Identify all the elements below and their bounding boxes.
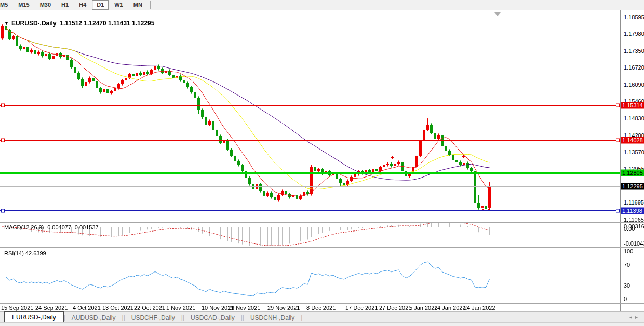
timeframe-h4-button[interactable]: H4 (74, 0, 91, 10)
price-axis-label: 1.16090 (624, 82, 644, 88)
price-axis-label: 1.17350 (624, 48, 644, 54)
hline-resistance-upper[interactable] (0, 105, 620, 106)
date-label: 17 Dec 2021 (345, 305, 378, 311)
indicator-axis-label: -0.01043 (624, 240, 644, 247)
timeframe-toolbar: M5M15M30H1H4D1W1MN (0, 0, 644, 10)
tab-usdcnhdaily[interactable]: USDCNH-,Daily (244, 313, 301, 323)
indicator-axis-label: 30 (624, 282, 630, 289)
tab-separator: | (301, 314, 302, 323)
indicator-axis-label: 0 (624, 296, 627, 302)
symbol-ohlc-quotes: 1.11512 1.12470 1.11431 1.12295 (60, 20, 154, 27)
date-label: 8 Dec 2021 (306, 305, 336, 311)
timeframe-m5-button[interactable]: M5 (0, 0, 12, 10)
timeframe-d1-button[interactable]: D1 (92, 0, 109, 10)
price-badge-resistance-mid: 1.14028 (621, 137, 644, 143)
line-edge-marker[interactable] (616, 138, 620, 142)
price-badge-support-navy: 1.11398 (621, 207, 644, 214)
line-edge-marker[interactable] (1, 103, 5, 107)
hline-resistance-mid[interactable] (0, 140, 620, 141)
tab-usdcaddaily[interactable]: USDCAD-,Daily (184, 313, 241, 323)
macd-indicator-label: MACD(12,26,9) -0.004077 -0.001537 (4, 224, 99, 230)
date-label: 29 Nov 2021 (267, 305, 300, 311)
price-axis-separator (620, 10, 621, 311)
timeframe-h1-button[interactable]: H1 (57, 0, 73, 10)
timeframe-m30-button[interactable]: M30 (35, 0, 56, 10)
price-axis-label: 1.11065 (624, 216, 644, 223)
hline-support-green[interactable] (0, 172, 620, 174)
current-price-line (0, 186, 620, 187)
line-edge-marker[interactable] (616, 209, 620, 212)
price-axis-label: 1.14830 (624, 115, 644, 121)
status-strip (0, 322, 644, 326)
date-label: 15 Sep 2021 (1, 305, 33, 311)
date-label: 1 Nov 2021 (166, 305, 195, 311)
timeframe-w1-button[interactable]: W1 (110, 0, 128, 10)
line-edge-marker[interactable] (616, 103, 620, 107)
date-label: 24 Sep 2021 (35, 305, 68, 311)
timeframe-m15-button[interactable]: M15 (14, 0, 34, 10)
date-label: 19 Nov 2021 (228, 305, 260, 311)
price-axis-label: 1.16720 (624, 64, 644, 71)
indicator-axis-label: 0.00 (624, 226, 635, 232)
date-label: 4 Oct 2021 (73, 305, 101, 311)
tab-usdchfdaily[interactable]: USDCHF-,Daily (125, 313, 181, 323)
chart-shift-marker-icon[interactable] (494, 12, 501, 16)
symbol-name: EURUSD-,Daily (11, 20, 57, 27)
date-label: 5 Jan 2022 (409, 305, 437, 311)
date-label: 22 Oct 2021 (134, 305, 165, 311)
line-edge-marker[interactable] (1, 209, 5, 212)
price-badge-resistance-upper: 1.15314 (621, 102, 644, 108)
date-axis-divider (0, 303, 644, 304)
toolbar-separator (150, 1, 151, 9)
tab-audusddaily[interactable]: AUDUSD-,Daily (65, 313, 122, 323)
hline-support-navy[interactable] (0, 210, 620, 211)
terminal-window: M5M15M30H1H4D1W1MN 1.185951.179801.17350… (0, 0, 644, 326)
price-axis-label: 1.18595 (624, 14, 644, 20)
indicator-axis-label: 70 (624, 262, 630, 268)
pane-divider-macd[interactable] (0, 222, 644, 223)
price-axis-label: 1.11695 (624, 199, 644, 206)
price-axis-label: 1.17980 (624, 31, 644, 37)
price-axis-label: 1.13570 (624, 149, 644, 155)
date-label: 13 Oct 2021 (102, 305, 133, 311)
rsi-indicator-label: RSI(14) 42.6399 (4, 250, 46, 256)
date-label: 14 Jan 2022 (434, 305, 466, 311)
tab-eurusddaily[interactable]: EURUSD-,Daily (4, 311, 64, 323)
symbol-dropdown-icon[interactable]: ▼ (4, 21, 9, 26)
date-label: 27 Dec 2021 (379, 305, 411, 311)
tab-scroll-arrows[interactable]: ◂▸ (629, 314, 641, 320)
price-badge-current-price: 1.12295 (621, 183, 644, 190)
chart-symbol-title: ▼EURUSD-,Daily 1.11512 1.12470 1.11431 1… (4, 20, 154, 27)
line-edge-marker[interactable] (1, 138, 5, 142)
date-label: 24 Jan 2022 (464, 305, 495, 311)
symbol-tabs-bar: EURUSD-,Daily|AUDUSD-,Daily||USDCHF-,Dai… (0, 311, 644, 323)
price-chart-canvas[interactable] (0, 10, 620, 311)
price-badge-support-green: 1.12805 (621, 169, 644, 176)
indicator-axis-label: 100 (624, 248, 633, 254)
timeframe-mn-button[interactable]: MN (129, 0, 147, 10)
pane-divider-rsi[interactable] (0, 247, 644, 248)
